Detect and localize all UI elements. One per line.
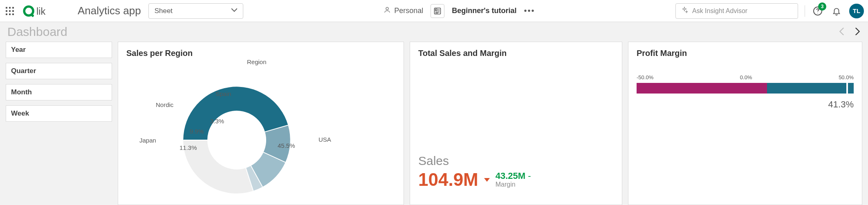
region-card-title: Sales per Region [126, 49, 395, 58]
margin-value: 41.3% [637, 99, 854, 110]
filter-week[interactable]: Week [6, 105, 112, 122]
next-sheet-icon[interactable] [853, 26, 861, 38]
slice-value-japan: 11.3% [179, 144, 197, 151]
svg-text:lik: lik [36, 6, 45, 16]
margin-axis: -50.0% 0.0% 50.0% [637, 74, 854, 80]
filter-column: Year Quarter Month Week [6, 42, 112, 205]
slice-label-spain: Spain [215, 90, 231, 97]
axis-min: -50.0% [637, 74, 653, 80]
insight-search-input[interactable] [692, 7, 793, 15]
svg-rect-1 [9, 7, 11, 9]
kpi-sub-dash: - [528, 171, 531, 181]
svg-point-20 [817, 13, 818, 13]
legend-title: Region [247, 58, 267, 65]
chevron-down-icon [231, 7, 237, 15]
kpi-body: Sales 104.9M 43.25M - Margin [418, 154, 614, 198]
kpi-sub-value: 43.25M [496, 171, 525, 181]
title-bar: Dashboard [0, 22, 868, 42]
kpi-sub-label: Margin [496, 181, 531, 188]
sheet-title[interactable]: Beginner's tutorial [452, 7, 516, 15]
axis-mid: 0.0% [740, 74, 752, 80]
divider [805, 5, 805, 17]
kpi-label: Sales [418, 154, 614, 168]
sheet-dropdown-label: Sheet [155, 7, 173, 15]
sheet-nav [839, 26, 861, 38]
more-menu-icon[interactable]: ••• [524, 6, 535, 16]
slice-value-nordic: 9.9% [190, 128, 204, 135]
top-right: 3 TL [675, 3, 864, 19]
margin-bar-neg [637, 83, 767, 94]
kpi-value: 104.9M [418, 169, 478, 190]
margin-bar [637, 83, 854, 94]
top-center: Personal Beginner's tutorial ••• [251, 4, 668, 18]
person-icon [384, 6, 391, 16]
svg-rect-6 [6, 13, 7, 15]
user-avatar[interactable]: TL [849, 4, 864, 18]
help-icon[interactable]: 3 [812, 5, 824, 17]
personal-label: Personal [394, 7, 423, 15]
slice-value-usa: 45.5% [278, 142, 295, 149]
svg-rect-3 [6, 10, 7, 12]
qlik-logo[interactable]: lik [23, 4, 68, 18]
help-badge: 3 [818, 2, 826, 11]
svg-rect-5 [12, 10, 14, 12]
insight-search[interactable] [675, 3, 798, 19]
sparkle-icon [681, 7, 688, 16]
sales-per-region-card[interactable]: Sales per Region Region [118, 42, 404, 205]
svg-rect-4 [9, 10, 11, 12]
app-launcher-icon[interactable] [4, 5, 16, 17]
total-sales-margin-card[interactable]: Total Sales and Margin Sales 104.9M 43.2… [410, 42, 622, 205]
top-bar: lik Analytics app Sheet Personal Beginne… [0, 0, 868, 22]
bell-icon[interactable] [830, 5, 843, 17]
donut-chart [167, 71, 306, 205]
filter-quarter[interactable]: Quarter [6, 63, 112, 79]
page-title: Dashboard [7, 25, 67, 39]
slice-label-nordic: Nordic [156, 101, 173, 108]
kpi-card-title: Total Sales and Margin [418, 49, 614, 58]
prev-sheet-icon [839, 26, 846, 38]
svg-rect-8 [12, 13, 14, 15]
svg-rect-0 [6, 7, 7, 9]
svg-rect-2 [12, 7, 14, 9]
trend-down-icon [484, 178, 490, 182]
svg-point-12 [386, 7, 388, 10]
margin-bar-pos [767, 83, 854, 94]
svg-rect-14 [435, 9, 437, 11]
margin-bar-mark [846, 83, 848, 94]
sheet-dropdown[interactable]: Sheet [148, 3, 243, 19]
slice-label-japan: Japan [139, 137, 156, 144]
slice-value-spain: 3.3% [210, 118, 224, 125]
app-name: Analytics app [78, 4, 141, 17]
slice-label-usa: USA [318, 136, 331, 143]
axis-max: 50.0% [839, 74, 854, 80]
filter-year[interactable]: Year [6, 42, 112, 58]
personal-space[interactable]: Personal [384, 6, 423, 16]
sheet-icon[interactable] [431, 4, 444, 18]
margin-card-title: Profit Margin [637, 49, 854, 58]
filter-month[interactable]: Month [6, 84, 112, 100]
profit-margin-card[interactable]: Profit Margin -50.0% 0.0% 50.0% 41.3% [628, 42, 862, 205]
svg-rect-7 [9, 13, 11, 15]
dashboard-body: Year Quarter Month Week Sales per Region… [0, 42, 868, 205]
